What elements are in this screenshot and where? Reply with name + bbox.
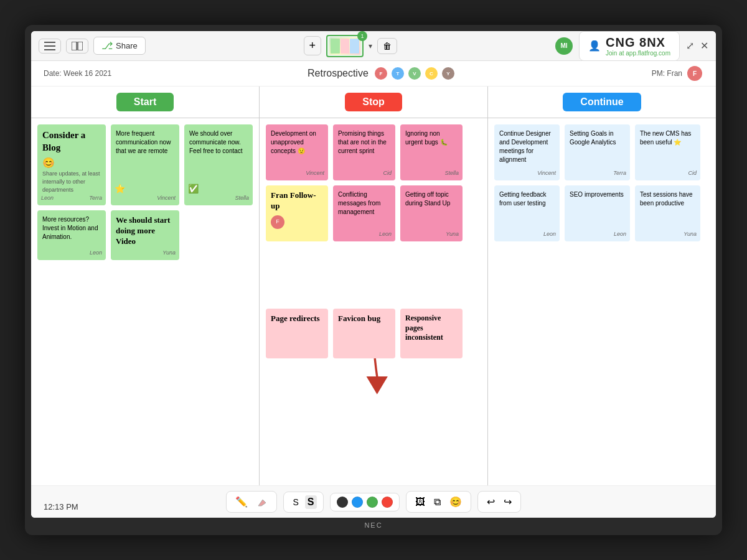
note-body: Development on unapproved concepts 😟: [271, 129, 323, 156]
note-body: Getting feedback from user testing: [499, 190, 555, 208]
avatar-2: T: [390, 66, 405, 81]
color-black[interactable]: [337, 497, 348, 508]
note-title: We should start doing more Video: [116, 215, 174, 247]
expand-button[interactable]: ⤢: [686, 40, 694, 52]
list-item[interactable]: Ignoring non urgent bugs 🐛 Stella: [400, 124, 463, 180]
list-item[interactable]: Favicon bug: [333, 309, 395, 358]
note-avatar: F: [271, 215, 284, 229]
note-author: Vincent: [537, 169, 556, 177]
note-author: Yuna: [446, 230, 459, 238]
note-author: Vincent: [157, 194, 176, 202]
toolbar: 12:13 PM ✏️ S S 🖼 ⧉ 😊: [31, 485, 716, 518]
image-tool-btn[interactable]: 🖼: [413, 495, 428, 509]
note-body: Promising things that are not in the cur…: [338, 129, 390, 156]
list-item[interactable]: Responsive pages inconsistent: [400, 309, 463, 358]
start-column: Start Consider a Blog 😊 Share updates, a…: [31, 86, 260, 485]
note-author: Leon: [90, 249, 102, 257]
svg-rect-4: [78, 42, 83, 50]
stroke-thin-btn[interactable]: S: [290, 496, 301, 508]
note-title: Fran Follow-up: [271, 190, 323, 212]
continue-badge: Continue: [563, 93, 641, 111]
slide-count-badge: 1: [357, 31, 367, 41]
svg-marker-5: [367, 376, 388, 394]
note-emoji: ✅: [188, 183, 199, 195]
note-title: Consider a Blog: [42, 129, 101, 154]
note-body: Test sessions have been productive: [640, 190, 695, 208]
draw-tools: ✏️: [226, 491, 277, 513]
list-item[interactable]: Conflicting messages from management Leo…: [333, 185, 395, 241]
color-blue[interactable]: [352, 497, 363, 508]
note-author: Leon: [614, 230, 626, 238]
share-button[interactable]: ⎇ Share: [93, 37, 146, 55]
board: Start Consider a Blog 😊 Share updates, a…: [31, 86, 716, 485]
note-body: Continue Designer and Development meetin…: [499, 129, 555, 164]
color-red[interactable]: [382, 497, 393, 508]
user-avatar: MI: [555, 37, 573, 55]
note-body: More frequent communication now that we …: [116, 129, 174, 156]
session-name: CNG 8NX: [606, 35, 670, 50]
list-item[interactable]: SEO improvements Leon: [565, 185, 630, 241]
continue-column: Continue Continue Designer and Developme…: [488, 86, 716, 485]
note-body: Conflicting messages from management: [338, 190, 390, 217]
infobar: Date: Week 16 2021 Retrospective F T V C…: [31, 61, 716, 86]
list-item[interactable]: Consider a Blog 😊 Share updates, at leas…: [37, 124, 106, 205]
emoji-tool-btn[interactable]: 😊: [447, 495, 464, 509]
slide-chevron-icon: ▾: [369, 42, 372, 50]
pm-label: PM: Fran: [652, 69, 682, 78]
list-item[interactable]: Fran Follow-up F: [266, 185, 328, 241]
list-item[interactable]: Page redirects: [266, 309, 328, 358]
slide-thumbnail[interactable]: 1: [326, 35, 364, 57]
undo-btn[interactable]: ↩: [484, 495, 497, 509]
note-title: Page redirects: [271, 314, 323, 324]
stop-col-content: Development on unapproved concepts 😟 Vin…: [260, 118, 487, 485]
list-item[interactable]: Setting Goals in Google Analytics Terra: [565, 124, 630, 180]
list-item[interactable]: Getting feedback from user testing Leon: [494, 185, 560, 241]
list-item[interactable]: More frequent communication now that we …: [111, 124, 179, 205]
note-body: More resources? Invest in Motion and Ani…: [42, 215, 101, 241]
note-emoji: 😊: [42, 156, 101, 170]
note-author: Terra: [613, 169, 626, 177]
avatar-1: F: [374, 66, 388, 81]
topbar-center: + 1 ▾ 🗑: [151, 35, 550, 57]
infobar-center: Retrospective F T V C Y: [308, 66, 456, 81]
list-item[interactable]: Development on unapproved concepts 😟 Vin…: [266, 124, 328, 180]
list-item[interactable]: Test sessions have been productive Yuna: [635, 185, 700, 241]
list-item[interactable]: Promising things that are not in the cur…: [333, 124, 395, 180]
list-item[interactable]: The new CMS has been useful ⭐ Cid: [635, 124, 700, 180]
note-author: Cid: [383, 169, 392, 177]
note-title: Responsive pages inconsistent: [405, 314, 458, 343]
note-author: Yuna: [162, 249, 176, 257]
copy-tool-btn[interactable]: ⧉: [431, 495, 443, 509]
list-item[interactable]: Getting off topic during Stand Up Yuna: [400, 185, 463, 241]
stroke-thick-btn[interactable]: S: [305, 495, 317, 509]
redo-btn[interactable]: ↪: [501, 495, 514, 509]
list-item[interactable]: Continue Designer and Development meetin…: [494, 124, 560, 180]
topbar-right: MI 👤 CNG 8NX Join at app.flatfrog.com ⤢ …: [555, 31, 708, 61]
stroke-tools: S S: [283, 492, 323, 513]
note-body: The new CMS has been useful ⭐: [640, 129, 695, 147]
pen-tool-btn[interactable]: ✏️: [233, 495, 250, 509]
add-slide-btn[interactable]: +: [304, 36, 322, 55]
avatar-4: C: [424, 66, 439, 81]
svg-rect-3: [72, 42, 77, 50]
panel-icon-btn[interactable]: [66, 39, 88, 54]
list-item[interactable]: We should over communicate now. Feel fre…: [184, 124, 253, 205]
close-button[interactable]: ✕: [700, 40, 708, 52]
start-badge: Start: [116, 93, 174, 111]
avatar-5: Y: [441, 66, 456, 81]
start-col-content: Consider a Blog 😊 Share updates, at leas…: [31, 118, 259, 485]
svg-rect-2: [44, 49, 55, 50]
date-label: Date: Week 16 2021: [44, 69, 111, 78]
eraser-tool-btn[interactable]: [254, 495, 270, 509]
participant-avatars: F T V C Y: [374, 66, 456, 81]
list-item[interactable]: We should start doing more Video Yuna: [111, 210, 179, 260]
note-body: Share updates, at least internally to ot…: [42, 170, 101, 194]
continue-column-header: Continue: [488, 86, 716, 118]
start-column-header: Start: [31, 86, 259, 118]
delete-slide-btn[interactable]: 🗑: [377, 38, 397, 54]
share-icon: ⎇: [101, 40, 113, 52]
list-item[interactable]: More resources? Invest in Motion and Ani…: [37, 210, 106, 260]
menu-icon-btn[interactable]: [39, 39, 61, 54]
color-green[interactable]: [367, 497, 378, 508]
object-tools: 🖼 ⧉ 😊: [406, 491, 471, 513]
